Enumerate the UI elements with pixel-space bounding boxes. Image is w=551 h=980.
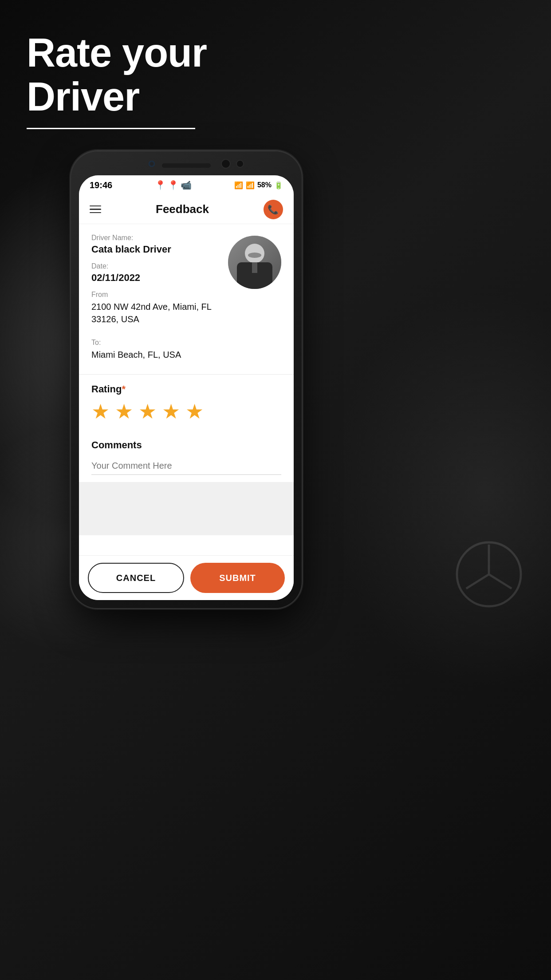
battery-icon: 🔋 (274, 181, 283, 190)
call-button[interactable]: 📞 (264, 200, 283, 219)
status-icons: 📶 📶 58% 🔋 (234, 181, 283, 190)
page-title-line1: Rate your (27, 31, 207, 75)
phone-screen: 19:46 📍 📍 📹 📶 📶 58% 🔋 (79, 175, 294, 600)
to-value: Miami Beach, FL, USA (91, 348, 281, 361)
rating-label: Rating* (91, 383, 281, 395)
cancel-button[interactable]: CANCEL (88, 563, 184, 593)
hamburger-line (90, 205, 101, 207)
front-camera-icon (149, 161, 155, 167)
bottom-action-buttons: CANCEL SUBMIT (79, 555, 294, 600)
top-nav: Feedback 📞 (79, 195, 294, 224)
driver-details: Driver Name: Cata black Driver Date: 02/… (91, 234, 221, 332)
driver-avatar (228, 236, 281, 289)
comments-section: Comments (79, 435, 294, 482)
phone-outer-shell: 19:46 📍 📍 📹 📶 📶 58% 🔋 (71, 151, 302, 608)
from-label: From (91, 291, 221, 299)
person-body-shape (237, 262, 272, 289)
page-title-area: Rate your Driver (27, 31, 207, 129)
background-car (329, 290, 551, 690)
location-dot-icon: 📍 (168, 180, 179, 190)
hamburger-line (90, 212, 101, 213)
video-icon: 📹 (181, 180, 192, 190)
camera-lens-icon (236, 160, 244, 168)
wifi-icon: 📶 (234, 181, 243, 190)
driver-name-value: Cata black Driver (91, 244, 221, 255)
comment-input[interactable] (91, 457, 281, 475)
star-2[interactable]: ★ (115, 401, 133, 422)
star-5[interactable]: ★ (185, 401, 204, 422)
status-time: 19:46 (90, 180, 112, 190)
from-value: 2100 NW 42nd Ave, Miami, FL 33126, USA (91, 300, 221, 325)
speaker-icon (162, 163, 211, 168)
stars-row[interactable]: ★ ★ ★ ★ ★ (91, 401, 281, 422)
comments-label: Comments (91, 439, 281, 451)
hamburger-menu-icon[interactable] (90, 205, 101, 213)
star-4[interactable]: ★ (162, 401, 180, 422)
destination-section: To: Miami Beach, FL, USA (79, 339, 294, 374)
to-label: To: (91, 339, 281, 347)
status-location-icons: 📍 📍 📹 (155, 180, 192, 190)
driver-info-section: Driver Name: Cata black Driver Date: 02/… (79, 224, 294, 339)
battery-text: 58% (257, 181, 272, 189)
date-label: Date: (91, 262, 221, 270)
driver-name-label: Driver Name: (91, 234, 221, 242)
location-pin-icon: 📍 (155, 180, 166, 190)
submit-button[interactable]: SUBMIT (190, 563, 285, 593)
star-3[interactable]: ★ (138, 401, 157, 422)
hamburger-line (90, 209, 101, 210)
nav-title: Feedback (156, 202, 209, 216)
signal-bars-icon: 📶 (246, 181, 255, 190)
empty-content-area (79, 482, 294, 535)
phone-icon: 📞 (268, 204, 279, 215)
star-1[interactable]: ★ (91, 401, 110, 422)
page-title-line2: Driver (27, 75, 207, 119)
app-content: Feedback 📞 Driver Name: Cata black Drive… (79, 195, 294, 600)
mercedes-logo-icon (453, 539, 524, 610)
selfie-camera-icon (221, 159, 231, 169)
avatar-image (228, 236, 281, 289)
phone-notch (71, 151, 302, 181)
title-underline (27, 128, 195, 129)
rating-section: Rating* ★ ★ ★ ★ ★ (79, 375, 294, 435)
date-value: 02/11/2022 (91, 272, 221, 284)
phone-mockup: 19:46 📍 📍 📹 📶 📶 58% 🔋 (71, 151, 302, 932)
required-marker: * (122, 383, 126, 395)
